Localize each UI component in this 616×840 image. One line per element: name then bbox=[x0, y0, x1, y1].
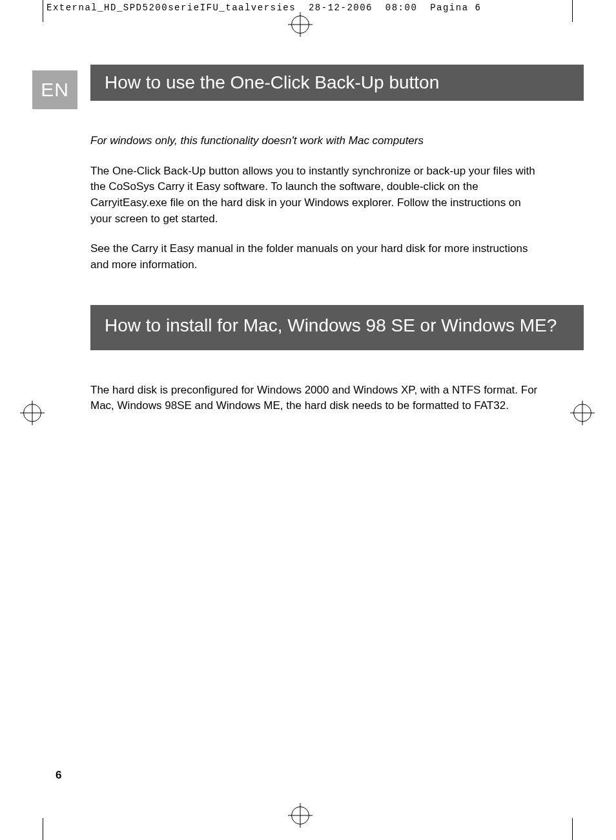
header-time: 08:00 bbox=[385, 3, 418, 13]
section1-paragraph2: See the Carry it Easy manual in the fold… bbox=[90, 241, 545, 273]
section-title-1: How to use the One-Click Back-Up button bbox=[90, 65, 584, 101]
page-content: EN How to use the One-Click Back-Up butt… bbox=[32, 65, 584, 428]
section2-paragraph1: The hard disk is preconfigured for Windo… bbox=[90, 383, 545, 414]
print-header: External_HD_SPD5200serieIFU_taalversies … bbox=[46, 3, 481, 13]
registration-mark-icon bbox=[291, 16, 309, 34]
crop-mark bbox=[572, 0, 573, 22]
windows-only-note: For windows only, this functionality doe… bbox=[90, 133, 545, 149]
language-badge: EN bbox=[32, 70, 77, 109]
registration-mark-icon bbox=[291, 806, 309, 824]
section-title-2: How to install for Mac, Windows 98 SE or… bbox=[90, 305, 584, 350]
header-date: 28-12-2006 bbox=[309, 3, 373, 13]
crop-mark bbox=[572, 818, 573, 840]
page-number: 6 bbox=[56, 769, 61, 782]
crop-mark bbox=[43, 818, 43, 840]
crop-mark bbox=[43, 0, 43, 22]
header-filename: External_HD_SPD5200serieIFU_taalversies bbox=[46, 3, 296, 13]
section1-paragraph1: The One-Click Back-Up button allows you … bbox=[90, 163, 545, 227]
header-pagina: Pagina 6 bbox=[430, 3, 481, 13]
